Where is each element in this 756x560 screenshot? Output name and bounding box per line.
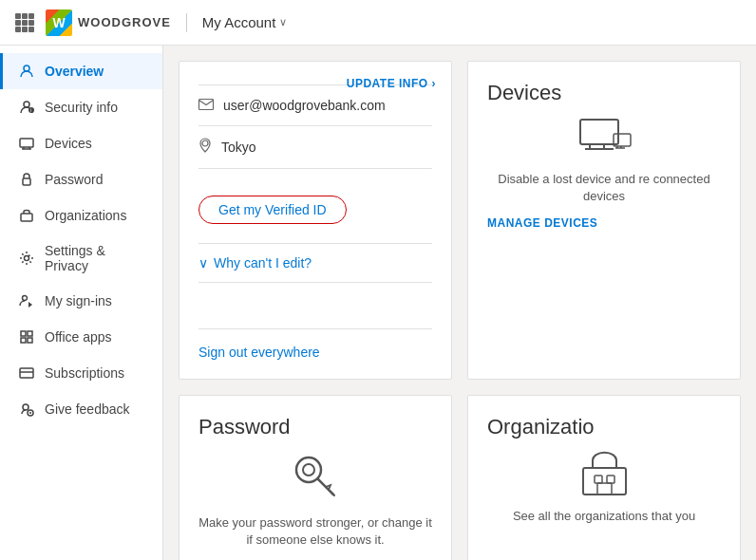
svg-rect-24 [607, 476, 614, 483]
profile-card: UPDATE INFO › user@woodgrovebank.com Tok… [179, 61, 452, 380]
overview-icon [18, 63, 35, 80]
devices-card: Devices Disable a lost device and re con… [467, 61, 741, 380]
email-icon [198, 97, 214, 114]
logo: W WOODGROVE [46, 9, 171, 36]
sidebar-item-feedback-label: Give feedback [45, 401, 130, 417]
svg-rect-4 [20, 139, 33, 147]
organizations-icon-area [487, 451, 721, 496]
svg-point-1 [24, 102, 29, 107]
sidebar-item-feedback[interactable]: Give feedback [0, 391, 162, 427]
update-info-button[interactable]: UPDATE INFO › [347, 77, 436, 90]
sidebar-item-office-apps[interactable]: Office apps [0, 319, 162, 355]
svg-point-21 [303, 464, 314, 476]
organizations-icon [18, 207, 35, 224]
svg-point-0 [24, 65, 29, 71]
sidebar-item-sign-ins[interactable]: My sign-ins [0, 283, 162, 319]
sign-out-everywhere-link[interactable]: Sign out everywhere [198, 333, 432, 360]
sidebar-item-password[interactable]: Password [0, 161, 162, 197]
sidebar-item-overview-label: Overview [45, 64, 104, 79]
svg-text:i: i [30, 107, 31, 113]
svg-rect-12 [28, 338, 32, 343]
divider [198, 168, 432, 169]
svg-point-20 [296, 457, 321, 482]
chevron-down-icon: ∨ [279, 16, 287, 28]
organizations-description: See all the organizations that you [487, 508, 721, 525]
devices-icon-area [487, 117, 721, 159]
sidebar-item-devices[interactable]: Devices [0, 125, 162, 161]
security-info-icon: i [18, 99, 35, 116]
account-menu[interactable]: My Account ∨ [202, 14, 288, 30]
svg-rect-5 [23, 178, 30, 185]
svg-point-8 [23, 296, 28, 301]
sidebar-item-security-info[interactable]: i Security info [0, 89, 162, 125]
sidebar-item-security-info-label: Security info [45, 100, 118, 115]
sidebar-item-overview[interactable]: Overview [0, 53, 162, 89]
password-illustration [290, 451, 342, 503]
sidebar-item-settings-label: Settings & Privacy [45, 243, 147, 273]
office-apps-icon [18, 328, 35, 345]
sidebar-item-devices-label: Devices [45, 136, 92, 151]
svg-rect-13 [20, 368, 33, 378]
password-description: Make your password stronger, or change i… [198, 514, 432, 549]
svg-rect-6 [21, 214, 32, 221]
svg-rect-23 [595, 476, 602, 483]
divider [198, 125, 432, 126]
password-title: Password [198, 415, 432, 439]
devices-description: Disable a lost device and re connected d… [487, 171, 721, 205]
account-label: My Account [202, 14, 276, 30]
password-icon-area [198, 451, 432, 503]
svg-rect-18 [580, 120, 618, 144]
svg-rect-9 [21, 331, 26, 336]
svg-rect-10 [28, 331, 32, 336]
settings-icon [18, 250, 35, 267]
svg-point-14 [23, 404, 28, 410]
email-value: user@woodgrovebank.com [223, 98, 386, 113]
top-navigation: W WOODGROVE My Account ∨ [0, 0, 756, 46]
password-icon [18, 171, 35, 188]
sidebar-item-sign-ins-label: My sign-ins [45, 293, 112, 308]
sign-ins-icon [18, 292, 35, 309]
svg-point-7 [25, 256, 29, 261]
manage-devices-button[interactable]: MANAGE DEVICES [487, 216, 721, 230]
divider [198, 282, 432, 283]
svg-point-17 [202, 140, 208, 146]
location-value: Tokyo [221, 140, 256, 155]
chevron-down-icon: ∨ [198, 255, 208, 271]
password-card: Password Make your password stronger, or… [179, 395, 452, 560]
svg-rect-22 [583, 468, 626, 495]
location-row: Tokyo [198, 130, 432, 164]
sidebar-item-subscriptions[interactable]: Subscriptions [0, 355, 162, 391]
organizations-title: Organizatio [487, 415, 721, 439]
svg-rect-11 [21, 338, 26, 343]
divider [198, 243, 432, 244]
sidebar-item-office-apps-label: Office apps [45, 329, 112, 345]
divider [198, 328, 432, 329]
devices-icon [18, 135, 35, 152]
why-cant-edit[interactable]: ∨ Why can't I edit? [198, 248, 432, 278]
sidebar-item-settings[interactable]: Settings & Privacy [0, 233, 162, 283]
sidebar-item-organizations[interactable]: Organizations [0, 197, 162, 233]
logo-icon: W [46, 9, 72, 36]
app-grid-icon[interactable] [15, 13, 34, 32]
organizations-card: Organizatio See all the organizations th… [467, 395, 741, 560]
sidebar-item-subscriptions-label: Subscriptions [45, 365, 124, 381]
get-verified-id-button[interactable]: Get my Verified ID [198, 196, 347, 224]
devices-illustration [576, 117, 633, 159]
sidebar-item-organizations-label: Organizations [45, 208, 126, 223]
nav-divider [186, 13, 187, 32]
feedback-icon [18, 401, 35, 418]
main-content: UPDATE INFO › user@woodgrovebank.com Tok… [163, 46, 756, 560]
subscriptions-icon [18, 364, 35, 382]
email-row: user@woodgrovebank.com [198, 89, 432, 121]
sidebar-item-password-label: Password [45, 172, 103, 187]
organizations-illustration [578, 451, 631, 496]
devices-title: Devices [487, 81, 721, 105]
location-icon [198, 138, 212, 157]
svg-rect-25 [597, 483, 612, 495]
main-layout: Overview i Security info Devices Passwor… [0, 46, 756, 560]
logo-text: WOODGROVE [78, 15, 171, 29]
sidebar: Overview i Security info Devices Passwor… [0, 46, 163, 560]
